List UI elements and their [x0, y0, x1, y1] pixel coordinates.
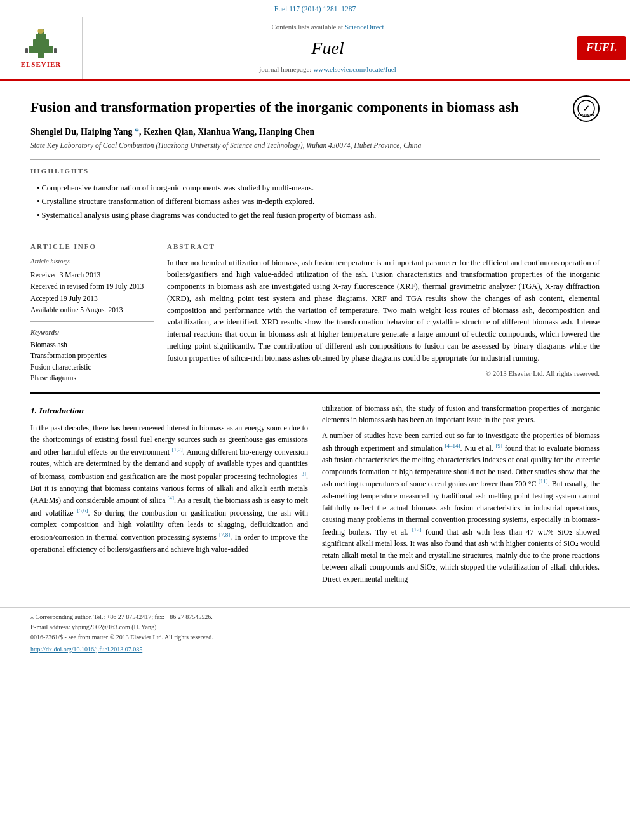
intro-paragraph-1: In the past decades, there has been rene… [30, 422, 308, 556]
ref-4-14: [4–14] [445, 443, 460, 449]
highlights-list: Comprehensive transformation of inorgani… [30, 182, 600, 223]
received-date: Received 3 March 2013 [30, 270, 154, 280]
citation-bar: Fuel 117 (2014) 1281–1287 [0, 0, 630, 17]
ref-1-2: [1,2] [172, 446, 183, 453]
thick-separator [30, 392, 600, 394]
fuel-badge-text: FUEL [586, 41, 617, 54]
keyword-4: Phase diagrams [30, 373, 154, 383]
sciencedirect-link[interactable]: ScienceDirect [345, 23, 384, 30]
sciencedirect-line: Contents lists available at ScienceDirec… [271, 22, 384, 32]
svg-text:✓: ✓ [582, 104, 590, 114]
authors-text: Shenglei Du, Haiping Yang *, Kezhen Qian… [30, 127, 314, 137]
article-title-block: Fusion and transformation properties of … [30, 92, 563, 126]
keyword-1: Biomass ash [30, 340, 154, 350]
keywords-label: Keywords: [30, 328, 154, 338]
list-item: Comprehensive transformation of inorgani… [37, 182, 600, 196]
elsevier-label: ELSEVIER [20, 60, 62, 69]
svg-rect-7 [54, 48, 57, 53]
affiliation: State Key Laboratory of Coal Combustion … [30, 140, 600, 150]
ref-7-8: [7,8] [219, 531, 230, 538]
page-container: Fuel 117 (2014) 1281–1287 [0, 0, 630, 658]
elsevier-logo: ELSEVIER [20, 27, 62, 69]
abstract-label: ABSTRACT [167, 242, 600, 251]
footer-email: E-mail address: yhping2002@163.com (H. Y… [30, 623, 600, 632]
footer-doi-link[interactable]: http://dx.doi.org/10.1016/j.fuel.2013.07… [30, 646, 142, 653]
revised-date: Received in revised form 19 July 2013 [30, 281, 154, 291]
intro-paragraph-2: utilization of biomass ash, the study of… [322, 403, 600, 426]
footer-corresponding: ⁎ Corresponding author. Tel.: +86 27 875… [30, 613, 600, 622]
abstract-col: ABSTRACT In thermochemical utilization o… [167, 236, 600, 383]
journal-header-center: Contents lists available at ScienceDirec… [83, 17, 573, 79]
separator-1 [30, 159, 600, 160]
svg-text:CrossMark: CrossMark [578, 113, 594, 117]
svg-point-5 [37, 29, 44, 34]
ref-3: [3] [300, 470, 307, 477]
info-abstract-cols: ARTICLE INFO Article history: Received 3… [30, 236, 600, 383]
body-cols: 1. Introduction In the past decades, the… [30, 403, 600, 589]
citation-text: Fuel 117 (2014) 1281–1287 [274, 5, 356, 13]
ref-9: [9] [496, 443, 503, 449]
crossmark-badge[interactable]: ✓ CrossMark [573, 95, 600, 122]
list-item: Systematical analysis using phase diagra… [37, 209, 600, 223]
corresponding-star: * [135, 127, 139, 137]
footer-license: 0016-2361/$ - see front matter © 2013 El… [30, 633, 600, 642]
separator-kw [30, 321, 154, 322]
elsevier-tree-icon [20, 27, 62, 60]
svg-rect-6 [25, 48, 28, 53]
article-info-label: ARTICLE INFO [30, 242, 154, 251]
available-date: Available online 5 August 2013 [30, 305, 154, 315]
ref-4: [4] [168, 495, 175, 501]
highlights-label: HIGHLIGHTS [30, 166, 600, 176]
crossmark-icon: ✓ CrossMark [577, 99, 596, 118]
section1-title: 1. Introduction [30, 405, 308, 417]
title-crossmark-area: Fusion and transformation properties of … [30, 92, 600, 126]
fuel-badge-area: FUEL [573, 17, 630, 79]
ref-5-6: [5,6] [77, 507, 88, 514]
ref-12: [12] [412, 526, 422, 533]
article-history-label: Article history: [30, 257, 154, 267]
sciencedirect-text: Contents lists available at [271, 23, 344, 30]
article-title: Fusion and transformation properties of … [30, 98, 563, 117]
homepage-link[interactable]: www.elsevier.com/locate/fuel [313, 65, 396, 73]
ref-11: [11] [539, 478, 548, 484]
authors: Shenglei Du, Haiping Yang *, Kezhen Qian… [30, 126, 600, 138]
footer: ⁎ Corresponding author. Tel.: +86 27 875… [0, 607, 630, 658]
copyright: © 2013 Elsevier Ltd. All rights reserved… [167, 369, 600, 378]
abstract-text: In thermochemical utilization of biomass… [167, 257, 600, 364]
list-item: Crystalline structure transformation of … [37, 195, 600, 209]
article-info-col: ARTICLE INFO Article history: Received 3… [30, 236, 154, 383]
body-col-left: 1. Introduction In the past decades, the… [30, 403, 308, 589]
intro-paragraph-3: A number of studies have been carried ou… [322, 430, 600, 585]
journal-homepage: journal homepage: www.elsevier.com/locat… [259, 65, 396, 74]
journal-name: Fuel [311, 36, 344, 60]
keyword-3: Fusion characteristic [30, 362, 154, 372]
fuel-badge: FUEL [577, 36, 626, 60]
keyword-2: Transformation properties [30, 350, 154, 361]
article-content: Fusion and transformation properties of … [0, 81, 630, 601]
elsevier-logo-area: ELSEVIER [0, 17, 83, 79]
accepted-date: Accepted 19 July 2013 [30, 293, 154, 303]
homepage-text: journal homepage: [259, 65, 313, 73]
separator-2 [30, 229, 600, 229]
journal-header: ELSEVIER Contents lists available at Sci… [0, 17, 630, 81]
body-col-right: utilization of biomass ash, the study of… [322, 403, 600, 589]
